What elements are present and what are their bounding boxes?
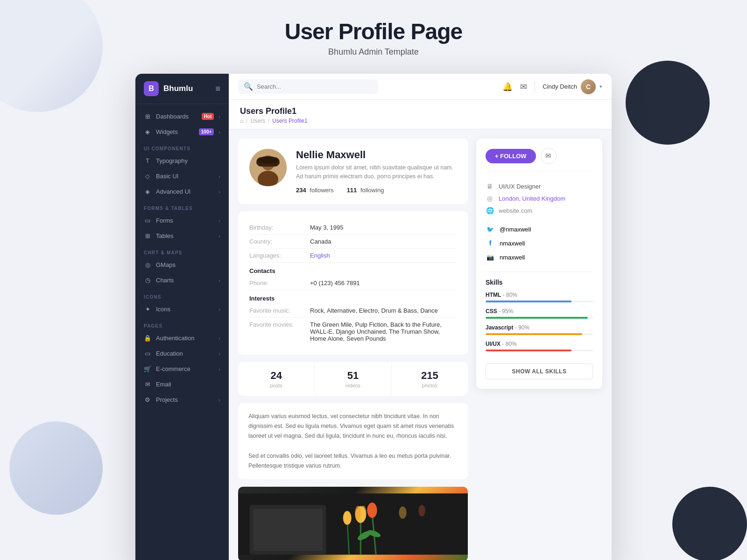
facebook-handle[interactable]: nmaxwell <box>500 240 525 247</box>
followers-stat: 234 followers <box>296 187 334 194</box>
skill-bar-uiux <box>486 350 593 351</box>
notification-icon[interactable]: 🔔 <box>502 82 513 92</box>
mail-button[interactable]: ✉ <box>541 148 557 164</box>
bio-paragraph-1: Aliquam varius euismod lectus, vel conse… <box>248 412 458 441</box>
search-input[interactable] <box>257 83 373 90</box>
bg-decoration-3 <box>626 61 710 145</box>
sidebar-item-label: Widgets <box>156 128 194 135</box>
sidebar-logo: B Bhumlu ≡ <box>135 74 229 104</box>
basic-ui-icon: ◇ <box>144 173 151 180</box>
search-bar[interactable]: 🔍 <box>238 79 378 94</box>
svg-point-15 <box>343 511 352 525</box>
sidebar-item-email[interactable]: ✉ Email <box>135 377 229 392</box>
hamburger-icon[interactable]: ≡ <box>215 84 220 94</box>
chevron-icon: › <box>218 129 220 135</box>
profile-right: + FOLLOW ✉ 🖥 UI/UX Designer ◎ London, Un… <box>476 139 602 560</box>
sidebar-item-typography[interactable]: T Typography <box>135 153 229 168</box>
skill-fill-js <box>486 333 582 335</box>
svg-point-16 <box>355 506 361 521</box>
chevron-icon: › <box>218 189 220 195</box>
typography-icon: T <box>144 157 151 164</box>
sidebar-item-dashboards[interactable]: ⊞ Dashboards Hot › <box>135 109 229 124</box>
main-content: 🔍 🔔 ✉ Cindy Deitch C ▾ <box>229 74 612 560</box>
sidebar-item-projects[interactable]: ⚙ Projects › <box>135 392 229 407</box>
follow-button[interactable]: + FOLLOW <box>486 149 536 163</box>
skill-label-uiux: UI/UX - 80% <box>486 341 593 347</box>
profile-name: Nellie Maxwell <box>296 149 457 161</box>
sidebar: B Bhumlu ≡ ⊞ Dashboards Hot › ◈ Widgets … <box>135 74 229 560</box>
sidebar-item-forms[interactable]: ▭ Forms › <box>135 213 229 228</box>
sidebar-item-label: Projects <box>156 396 214 403</box>
100-badge: 100+ <box>199 128 214 135</box>
profile-bio: Lorem ipsum dolor sit amet, nibh suavita… <box>296 163 457 181</box>
auth-icon: 🔒 <box>144 335 151 342</box>
sidebar-item-tables[interactable]: ⊞ Tables › <box>135 228 229 244</box>
sidebar-item-advanced-ui[interactable]: ◈ Advanced UI › <box>135 184 229 199</box>
svg-point-4 <box>258 156 278 164</box>
page-header: User Profile Page Bhumlu Admin Template <box>285 19 463 57</box>
bg-decoration-1 <box>0 0 103 112</box>
tulip-illustration <box>238 487 468 560</box>
profile-info: Nellie Maxwell Lorem ipsum dolor sit ame… <box>296 149 457 194</box>
phone-row: Phone: +0 (123) 456 7891 <box>249 276 457 290</box>
globe-icon: 🌐 <box>486 207 494 214</box>
mail-icon[interactable]: ✉ <box>520 82 527 92</box>
email-icon: ✉ <box>144 381 151 388</box>
skill-label-html: HTML - 80% <box>486 292 593 298</box>
avatar: C <box>581 79 596 94</box>
advanced-ui-icon: ◈ <box>144 188 151 195</box>
icons-icon: ✦ <box>144 306 151 313</box>
skill-label-css: CSS - 95% <box>486 308 593 315</box>
sidebar-item-basic-ui[interactable]: ◇ Basic UI › <box>135 168 229 184</box>
location-value: London, United Kingdom <box>499 195 565 202</box>
sidebar-section-ui: UI Components <box>135 140 229 153</box>
instagram-handle[interactable]: nmaxwell <box>500 254 525 261</box>
show-all-skills-button[interactable]: SHOW ALL SKILLS <box>486 364 593 379</box>
stats-bar: 24 posts 51 videos 215 photos <box>238 362 468 396</box>
sidebar-item-widgets[interactable]: ◈ Widgets 100+ › <box>135 124 229 140</box>
chevron-icon: › <box>218 366 220 372</box>
breadcrumb-users[interactable]: Users <box>251 118 265 124</box>
twitter-handle[interactable]: @nmaxwell <box>500 226 531 233</box>
chevron-icon: › <box>218 218 220 224</box>
profile-header-card: Nellie Maxwell Lorem ipsum dolor sit ame… <box>238 139 468 204</box>
topbar-divider <box>535 81 535 92</box>
sidebar-item-label: Advanced UI <box>156 188 214 195</box>
sidebar-item-gmaps[interactable]: ◎ GMaps <box>135 257 229 273</box>
skill-fill-uiux <box>486 350 571 351</box>
svg-point-17 <box>360 506 366 521</box>
sidebar-item-education[interactable]: ▭ Education › <box>135 346 229 361</box>
sidebar-item-label: Dashboards <box>156 113 197 120</box>
posts-stat: 24 posts <box>238 362 315 396</box>
sidebar-item-icons[interactable]: ✦ Icons › <box>135 301 229 317</box>
music-row: Favorite music: Rock, Alternative, Elect… <box>249 304 457 318</box>
country-row: Country: Canada <box>249 235 457 249</box>
skill-uiux: UI/UX - 80% <box>486 341 593 351</box>
breadcrumb: ⌂ / Users / Users Profile1 <box>240 118 600 124</box>
sidebar-item-charts[interactable]: ◷ Charts › <box>135 273 229 288</box>
breadcrumb-home[interactable]: ⌂ <box>240 118 243 124</box>
profile-left: Nellie Maxwell Lorem ipsum dolor sit ame… <box>238 139 468 560</box>
svg-point-18 <box>399 506 406 518</box>
logo-icon: B <box>144 81 159 96</box>
chevron-icon: › <box>218 336 220 341</box>
sidebar-item-authentication[interactable]: 🔒 Authentication › <box>135 330 229 346</box>
widgets-icon: ◈ <box>144 128 151 135</box>
sidebar-item-ecommerce[interactable]: 🛒 E-commerce › <box>135 361 229 377</box>
chevron-icon: › <box>218 114 220 119</box>
location-icon: ◎ <box>486 195 494 202</box>
follow-row: + FOLLOW ✉ <box>486 148 593 172</box>
website-value[interactable]: website.com <box>499 207 532 214</box>
ecommerce-icon: 🛒 <box>144 365 151 372</box>
gmaps-icon: ◎ <box>144 261 151 268</box>
profile-image-card <box>238 487 468 560</box>
user-menu[interactable]: Cindy Deitch C ▾ <box>543 79 602 94</box>
sidebar-item-label: GMaps <box>156 261 220 268</box>
avatar-image <box>249 149 287 186</box>
following-stat: 111 following <box>347 187 384 194</box>
skill-bar-html <box>486 301 593 302</box>
profile-area: Nellie Maxwell Lorem ipsum dolor sit ame… <box>229 129 612 560</box>
skills-section: Skills HTML - 80% <box>486 272 593 379</box>
skill-fill-html <box>486 301 571 302</box>
sidebar-item-label: Authentication <box>156 335 214 342</box>
